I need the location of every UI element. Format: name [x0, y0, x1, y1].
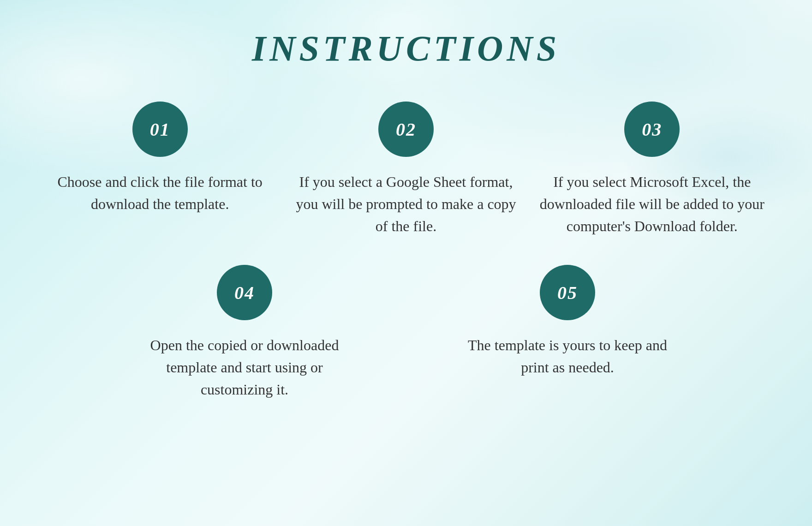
step-circle-03: 03 — [624, 102, 680, 157]
step-circle-04: 04 — [217, 265, 272, 320]
step-item-04: 04 Open the copied or downloaded templat… — [129, 265, 360, 400]
step-number-01: 01 — [150, 119, 170, 140]
top-row: 01 Choose and click the file format to d… — [37, 102, 775, 237]
step-circle-01: 01 — [132, 102, 188, 157]
steps-container: 01 Choose and click the file format to d… — [37, 102, 775, 400]
step-text-05: The template is yours to keep and print … — [452, 334, 683, 378]
page-container: INSTRUCTIONS 01 Choose and click the fil… — [0, 0, 812, 526]
step-item-01: 01 Choose and click the file format to d… — [45, 102, 275, 215]
step-text-01: Choose and click the file format to down… — [45, 171, 275, 215]
step-item-02: 02 If you select a Google Sheet format, … — [291, 102, 521, 237]
step-item-03: 03 If you select Microsoft Excel, the do… — [537, 102, 767, 237]
page-title: INSTRUCTIONS — [252, 28, 560, 69]
step-number-04: 04 — [234, 282, 255, 304]
step-number-02: 02 — [396, 119, 416, 140]
step-circle-02: 02 — [378, 102, 434, 157]
step-number-05: 05 — [557, 282, 578, 304]
step-number-03: 03 — [642, 119, 662, 140]
step-text-03: If you select Microsoft Excel, the downl… — [537, 171, 767, 237]
step-text-02: If you select a Google Sheet format, you… — [291, 171, 521, 237]
step-text-04: Open the copied or downloaded template a… — [129, 334, 360, 400]
step-item-05: 05 The template is yours to keep and pri… — [452, 265, 683, 378]
step-circle-05: 05 — [540, 265, 595, 320]
bottom-row: 04 Open the copied or downloaded templat… — [37, 265, 775, 400]
